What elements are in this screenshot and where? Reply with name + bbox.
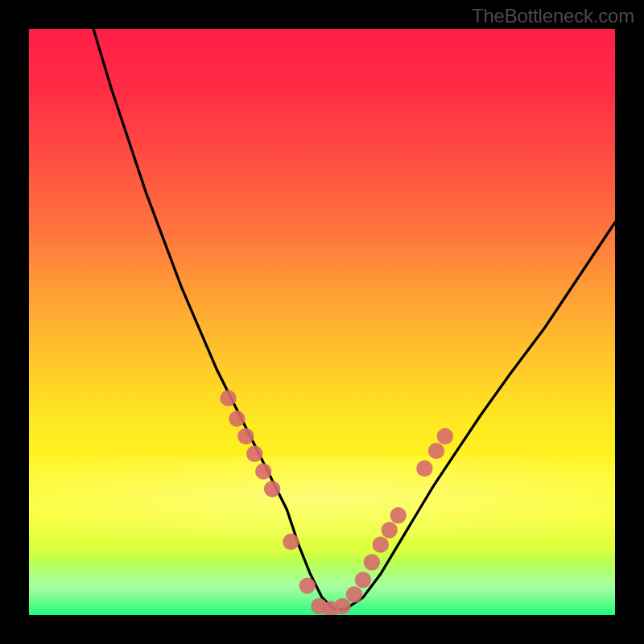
curve-marker xyxy=(355,572,371,588)
curve-marker xyxy=(428,443,444,459)
curve-markers xyxy=(220,390,453,615)
watermark-text: TheBottleneck.com xyxy=(472,5,634,27)
curve-marker xyxy=(334,598,350,614)
curve-marker xyxy=(283,534,299,550)
curve-marker xyxy=(229,411,245,427)
curve-marker xyxy=(373,536,389,552)
chart-frame: TheBottleneck.com xyxy=(0,0,644,644)
curve-marker xyxy=(437,428,453,444)
curve-marker xyxy=(390,507,406,523)
plot-area xyxy=(29,29,615,615)
curve-marker xyxy=(416,460,432,477)
curve-marker xyxy=(255,463,271,479)
bottleneck-curve xyxy=(93,29,615,609)
curve-marker xyxy=(237,428,254,444)
curve-marker xyxy=(220,390,236,406)
curve-marker xyxy=(264,481,280,497)
curve-marker xyxy=(299,577,316,593)
curve-marker xyxy=(364,554,380,570)
curve-marker xyxy=(382,522,398,538)
chart-svg xyxy=(29,29,615,615)
curve-marker xyxy=(346,586,362,602)
curve-marker xyxy=(246,446,262,462)
